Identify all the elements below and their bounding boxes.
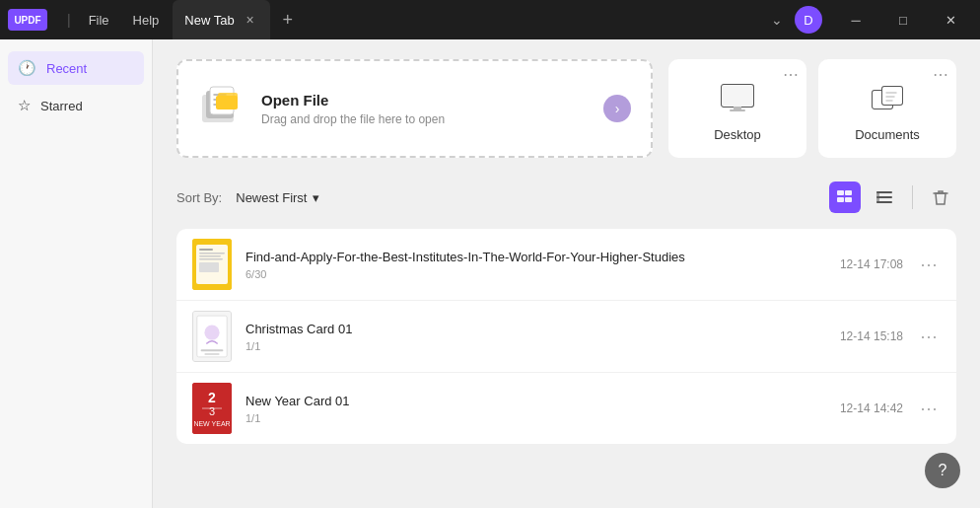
titlebar: UPDF | File Help New Tab × + ⌄ D ─ □ ✕ <box>0 0 980 39</box>
sidebar-item-starred[interactable]: ☆ Starred <box>8 89 144 122</box>
svg-rect-20 <box>876 191 879 203</box>
open-file-card[interactable]: Open File Drag and drop the file here to… <box>176 59 653 158</box>
table-row[interactable]: Christmas Card 01 1/1 12-14 15:18 ⋯ <box>176 301 956 373</box>
file-pages: 1/1 <box>245 412 826 424</box>
starred-icon: ☆ <box>18 97 31 114</box>
desktop-icon <box>720 83 755 119</box>
desktop-card-menu[interactable]: ⋯ <box>783 67 799 83</box>
svg-rect-6 <box>722 85 753 107</box>
file-more-button[interactable]: ⋯ <box>917 325 941 348</box>
open-file-title: Open File <box>261 92 445 109</box>
sidebar-item-recent-label: Recent <box>46 61 87 76</box>
user-avatar[interactable]: D <box>795 6 822 34</box>
recent-icon: 🕐 <box>18 59 36 77</box>
svg-rect-32 <box>204 353 219 355</box>
sort-actions <box>829 181 956 213</box>
file-pages: 1/1 <box>245 340 826 352</box>
open-file-subtitle: Drag and drop the file here to open <box>261 112 445 126</box>
help-button[interactable]: ? <box>925 453 960 488</box>
content-area: Open File Drag and drop the file here to… <box>153 39 980 508</box>
quick-card-desktop[interactable]: ⋯ Desktop <box>668 59 806 158</box>
svg-rect-8 <box>730 109 745 111</box>
file-name: Find-and-Apply-For-the-Best-Institutes-I… <box>245 250 826 264</box>
sort-value: Newest First <box>236 190 307 205</box>
file-date: 12-14 17:08 <box>840 257 903 271</box>
updf-logo-badge: UPDF <box>8 9 47 31</box>
open-file-icon <box>198 85 245 132</box>
file-pages: 6/30 <box>245 268 826 280</box>
quick-card-documents[interactable]: ⋯ Documents <box>818 59 956 158</box>
grid-view-button[interactable] <box>869 181 900 213</box>
documents-icon <box>871 83 904 119</box>
svg-rect-16 <box>845 197 852 202</box>
open-file-section: Open File Drag and drop the file here to… <box>176 59 956 158</box>
file-date: 12-14 15:18 <box>840 329 903 343</box>
svg-rect-31 <box>201 349 224 351</box>
sort-chevron-icon: ▾ <box>313 190 319 205</box>
tab-add-button[interactable]: + <box>274 6 302 34</box>
svg-rect-24 <box>199 253 225 254</box>
file-info: Find-and-Apply-For-the-Best-Institutes-I… <box>245 250 826 280</box>
sidebar: 🕐 Recent ☆ Starred <box>0 39 153 508</box>
open-file-text: Open File Drag and drop the file here to… <box>261 92 445 126</box>
menu-file[interactable]: File <box>79 9 119 32</box>
maximize-button[interactable]: □ <box>881 4 925 36</box>
main-layout: 🕐 Recent ☆ Starred <box>0 39 980 508</box>
minimize-button[interactable]: ─ <box>834 4 877 36</box>
svg-rect-15 <box>837 197 844 202</box>
titlebar-actions: ⌄ D ─ □ ✕ <box>763 4 972 36</box>
sort-by-label: Sort By: <box>176 190 222 205</box>
delete-button[interactable] <box>925 181 956 213</box>
sort-divider <box>912 185 913 209</box>
file-thumbnail <box>192 311 232 362</box>
file-name: New Year Card 01 <box>245 394 826 408</box>
svg-text:3: 3 <box>209 405 215 417</box>
sidebar-item-recent[interactable]: 🕐 Recent <box>8 51 144 85</box>
desktop-card-label: Desktop <box>714 127 761 142</box>
quick-access-cards: ⋯ Desktop ⋯ <box>668 59 956 158</box>
svg-rect-26 <box>199 258 223 260</box>
tab-close-button[interactable]: × <box>243 12 258 28</box>
table-row[interactable]: Find-and-Apply-For-the-Best-Institutes-I… <box>176 229 956 301</box>
table-row[interactable]: 2 3 NEW YEAR New Year Card 01 1/1 12-14 … <box>176 373 956 444</box>
menu-help[interactable]: Help <box>123 9 170 32</box>
svg-text:NEW YEAR: NEW YEAR <box>193 420 230 427</box>
file-info: New Year Card 01 1/1 <box>245 394 826 424</box>
svg-text:2: 2 <box>208 390 216 405</box>
file-more-button[interactable]: ⋯ <box>917 397 941 420</box>
documents-card-label: Documents <box>855 127 920 142</box>
file-more-button[interactable]: ⋯ <box>917 253 941 276</box>
file-name: Christmas Card 01 <box>245 322 826 336</box>
svg-rect-23 <box>199 249 213 251</box>
app-logo: UPDF <box>8 9 47 31</box>
titlebar-separator: | <box>67 12 71 28</box>
tab-bar: New Tab × + <box>173 0 763 39</box>
file-list-scroll[interactable]: Find-and-Apply-For-the-Best-Institutes-I… <box>176 229 956 444</box>
file-list: Find-and-Apply-For-the-Best-Institutes-I… <box>176 229 956 444</box>
svg-point-30 <box>204 326 219 340</box>
tab-list-button[interactable]: ⌄ <box>763 6 791 34</box>
svg-rect-7 <box>734 107 741 109</box>
svg-rect-12 <box>882 87 902 105</box>
file-date: 12-14 14:42 <box>840 401 903 415</box>
sort-bar: Sort By: Newest First ▾ <box>176 181 956 213</box>
svg-rect-13 <box>837 190 844 195</box>
sidebar-item-starred-label: Starred <box>40 99 83 113</box>
file-thumbnail: 2 3 NEW YEAR <box>192 383 232 434</box>
svg-rect-4 <box>216 96 238 109</box>
list-view-button[interactable] <box>829 181 861 213</box>
file-thumbnail <box>192 239 232 290</box>
close-button[interactable]: ✕ <box>929 4 972 36</box>
documents-card-menu[interactable]: ⋯ <box>933 67 948 83</box>
file-info: Christmas Card 01 1/1 <box>245 322 826 352</box>
svg-rect-14 <box>845 190 852 195</box>
sort-select-dropdown[interactable]: Newest First ▾ <box>228 186 327 209</box>
svg-rect-25 <box>199 255 221 257</box>
svg-rect-27 <box>199 262 219 272</box>
tab-label: New Tab <box>184 13 234 28</box>
tab-new-tab[interactable]: New Tab × <box>173 0 269 39</box>
open-file-arrow-button[interactable]: › <box>603 95 631 122</box>
menu-bar: File Help <box>79 9 170 32</box>
